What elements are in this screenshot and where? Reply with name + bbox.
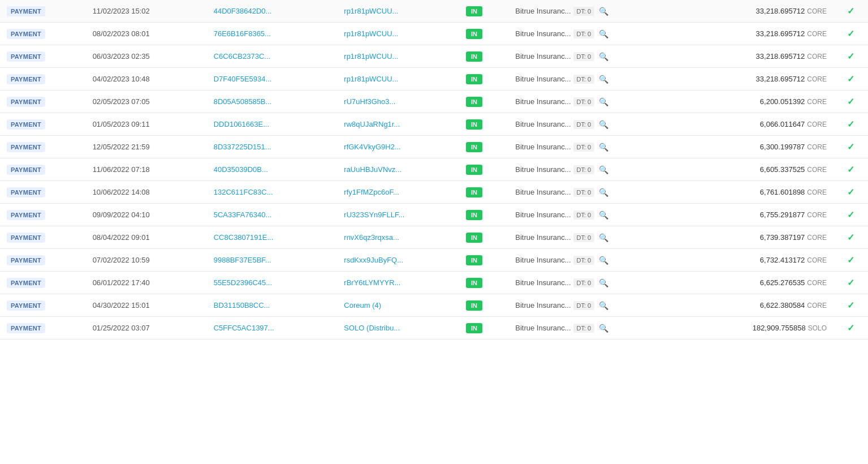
currency-label: CORE xyxy=(807,211,827,219)
search-icon[interactable]: 🔍 xyxy=(599,256,608,265)
hash-cell[interactable]: 8D337225D151... xyxy=(207,136,338,158)
type-badge: PAYMENT xyxy=(7,187,45,197)
table-row: PAYMENT 01/25/2022 03:07 C5FFC5AC1397...… xyxy=(0,317,868,340)
destination-cell[interactable]: Coreum (4) xyxy=(337,294,459,317)
type-cell: PAYMENT xyxy=(0,45,86,68)
amount-cell: 182,909.755858SOLO xyxy=(685,317,834,340)
destination-cell[interactable]: rBrY6tLYMYYR... xyxy=(337,272,459,294)
search-icon[interactable]: 🔍 xyxy=(599,233,608,242)
check-cell: ✓ xyxy=(834,272,868,294)
check-icon: ✓ xyxy=(847,210,854,220)
hash-cell[interactable]: DDD1061663E... xyxy=(207,113,338,136)
check-icon: ✓ xyxy=(847,187,854,197)
destination-cell[interactable]: rfy1FfMZpc6oF... xyxy=(337,181,459,204)
direction-badge: IN xyxy=(466,165,482,175)
currency-label: CORE xyxy=(807,234,827,242)
destination-cell[interactable]: rnvX6qz3rqxsa... xyxy=(337,226,459,249)
search-icon[interactable]: 🔍 xyxy=(599,210,608,220)
hash-cell[interactable]: BD31150B8CC... xyxy=(207,294,338,317)
destination-cell[interactable]: rp1r81pWCUU... xyxy=(337,0,459,23)
type-cell: PAYMENT xyxy=(0,226,86,249)
check-icon: ✓ xyxy=(847,6,854,16)
direction-cell: IN xyxy=(459,181,508,204)
check-icon: ✓ xyxy=(847,97,854,106)
search-icon[interactable]: 🔍 xyxy=(599,188,608,197)
type-cell: PAYMENT xyxy=(0,91,86,113)
date-cell: 04/02/2023 10:48 xyxy=(86,68,207,91)
destination-cell[interactable]: rp1r81pWCUU... xyxy=(337,68,459,91)
search-icon[interactable]: 🔍 xyxy=(599,301,608,310)
search-icon[interactable]: 🔍 xyxy=(599,29,608,38)
memo-cell: Bitrue Insuranc... DT: 0 🔍 xyxy=(508,113,684,136)
hash-cell[interactable]: C5FFC5AC1397... xyxy=(207,317,338,340)
amount-cell: 6,625.276535CORE xyxy=(685,272,834,294)
amount-cell: 33,218.695712CORE xyxy=(685,0,834,23)
hash-cell[interactable]: C6C6CB2373C... xyxy=(207,45,338,68)
direction-badge: IN xyxy=(466,233,482,243)
destination-cell[interactable]: rfGK4VkyG9H2... xyxy=(337,136,459,158)
search-icon[interactable]: 🔍 xyxy=(599,278,608,287)
hash-cell[interactable]: CC8C3807191E... xyxy=(207,226,338,249)
amount-cell: 6,755.291877CORE xyxy=(685,204,834,226)
hash-cell[interactable]: 5CA33FA76340... xyxy=(207,204,338,226)
check-icon: ✓ xyxy=(847,74,854,84)
check-cell: ✓ xyxy=(834,113,868,136)
memo-text: Bitrue Insuranc... xyxy=(515,97,571,106)
amount-cell: 6,605.337525CORE xyxy=(685,158,834,181)
destination-cell[interactable]: raUuHBJuVNvz... xyxy=(337,158,459,181)
date-cell: 09/09/2022 04:10 xyxy=(86,204,207,226)
type-badge: PAYMENT xyxy=(7,29,45,39)
direction-badge: IN xyxy=(466,300,482,311)
hash-cell[interactable]: 8D05A508585B... xyxy=(207,91,338,113)
type-badge: PAYMENT xyxy=(7,165,45,175)
destination-cell[interactable]: rw8qUJaRNg1r... xyxy=(337,113,459,136)
search-icon[interactable]: 🔍 xyxy=(599,165,608,174)
check-cell: ✓ xyxy=(834,226,868,249)
amount-cell: 33,218.695712CORE xyxy=(685,23,834,45)
search-icon[interactable]: 🔍 xyxy=(599,7,608,16)
destination-cell[interactable]: rU7uHf3Gho3... xyxy=(337,91,459,113)
search-icon[interactable]: 🔍 xyxy=(599,75,608,84)
type-badge: PAYMENT xyxy=(7,323,45,333)
dt-badge: DT: 0 xyxy=(573,278,595,287)
hash-cell[interactable]: 76E6B16F8365... xyxy=(207,23,338,45)
check-cell: ✓ xyxy=(834,136,868,158)
type-badge: PAYMENT xyxy=(7,51,45,62)
currency-label: CORE xyxy=(807,75,827,83)
memo-text: Bitrue Insuranc... xyxy=(515,278,571,287)
direction-cell: IN xyxy=(459,226,508,249)
hash-cell[interactable]: D7F40F5E5934... xyxy=(207,68,338,91)
amount-cell: 6,622.380584CORE xyxy=(685,294,834,317)
currency-label: CORE xyxy=(807,302,827,310)
type-badge: PAYMENT xyxy=(7,210,45,220)
direction-cell: IN xyxy=(459,113,508,136)
destination-cell[interactable]: rp1r81pWCUU... xyxy=(337,45,459,68)
direction-cell: IN xyxy=(459,158,508,181)
dt-badge: DT: 0 xyxy=(573,188,595,197)
hash-cell[interactable]: 132C611FC83C... xyxy=(207,181,338,204)
direction-cell: IN xyxy=(459,249,508,272)
destination-cell[interactable]: SOLO (Distribu... xyxy=(337,317,459,340)
hash-cell[interactable]: 44D0F38642D0... xyxy=(207,0,338,23)
date-cell: 01/25/2022 03:07 xyxy=(86,317,207,340)
destination-cell[interactable]: rsdKxx9JuByFQ... xyxy=(337,249,459,272)
destination-cell[interactable]: rp1r81pWCUU... xyxy=(337,23,459,45)
memo-text: Bitrue Insuranc... xyxy=(515,29,571,38)
destination-cell[interactable]: rU323SYn9FLLF... xyxy=(337,204,459,226)
dt-badge: DT: 0 xyxy=(573,143,595,152)
dt-badge: DT: 0 xyxy=(573,75,595,84)
currency-label: CORE xyxy=(807,53,827,61)
search-icon[interactable]: 🔍 xyxy=(599,97,608,106)
search-icon[interactable]: 🔍 xyxy=(599,143,608,152)
direction-badge: IN xyxy=(466,119,482,130)
amount-cell: 6,066.011647CORE xyxy=(685,113,834,136)
search-icon[interactable]: 🔍 xyxy=(599,120,608,129)
search-icon[interactable]: 🔍 xyxy=(599,52,608,61)
currency-label: CORE xyxy=(807,143,827,151)
check-cell: ✓ xyxy=(834,23,868,45)
hash-cell[interactable]: 40D35039D0B... xyxy=(207,158,338,181)
type-cell: PAYMENT xyxy=(0,204,86,226)
hash-cell[interactable]: 9988BF37E5BF... xyxy=(207,249,338,272)
hash-cell[interactable]: 55E5D2396C45... xyxy=(207,272,338,294)
search-icon[interactable]: 🔍 xyxy=(599,324,608,333)
